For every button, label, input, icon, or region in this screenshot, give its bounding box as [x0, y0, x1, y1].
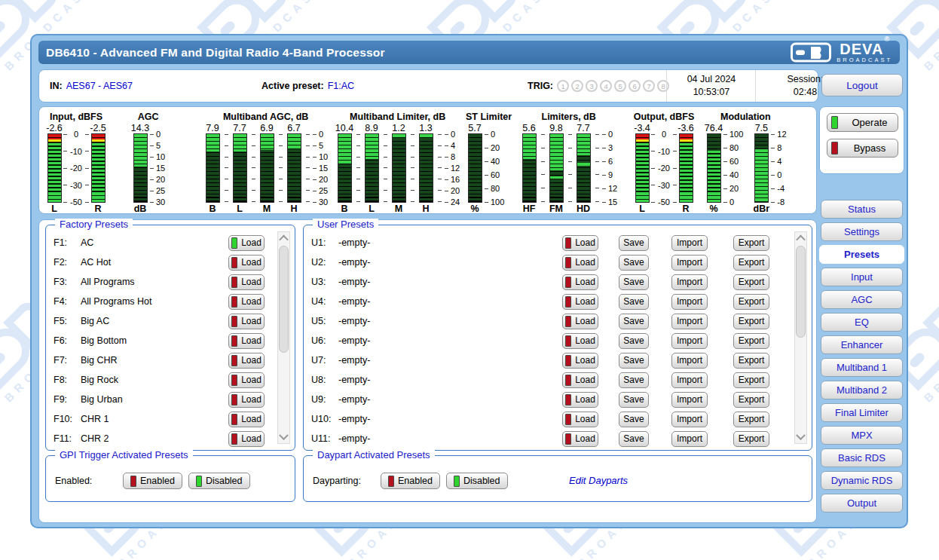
sidebar-item-final-limiter[interactable]: Final Limiter	[821, 403, 903, 422]
sidebar-item-eq[interactable]: EQ	[821, 313, 903, 332]
scrollbar-thumb[interactable]	[796, 246, 806, 338]
load-button[interactable]: Load	[228, 333, 265, 349]
import-button[interactable]: Import	[671, 392, 708, 408]
sidebar-item-basic-rds[interactable]: Basic RDS	[821, 448, 903, 467]
load-button[interactable]: Load	[228, 274, 265, 290]
load-button[interactable]: Load	[562, 392, 598, 408]
trig-button-3[interactable]: 3	[586, 80, 598, 92]
scroll-down-icon[interactable]	[795, 431, 806, 443]
import-button[interactable]: Import	[671, 255, 708, 271]
load-button[interactable]: Load	[228, 314, 265, 329]
sidebar-item-mpx[interactable]: MPX	[821, 426, 903, 445]
load-button[interactable]: Load	[562, 372, 598, 388]
load-button[interactable]: Load	[562, 431, 598, 447]
sidebar-item-status[interactable]: Status	[821, 200, 903, 219]
export-button[interactable]: Export	[733, 255, 769, 271]
save-button[interactable]: Save	[619, 412, 649, 427]
trig-button-7[interactable]: 7	[643, 80, 655, 92]
save-button[interactable]: Save	[619, 392, 649, 408]
export-button[interactable]: Export	[733, 235, 769, 251]
sidebar-item-multiband-1[interactable]: Multiband 1	[821, 358, 903, 377]
export-button[interactable]: Export	[733, 372, 769, 388]
load-button[interactable]: Load	[562, 274, 598, 290]
save-button[interactable]: Save	[619, 274, 649, 290]
factory-scrollbar[interactable]	[277, 231, 290, 444]
edit-dayparts-link[interactable]: Edit Dayparts	[569, 475, 628, 486]
sidebar-item-enhancer[interactable]: Enhancer	[821, 335, 903, 354]
trig-button-1[interactable]: 1	[557, 80, 569, 92]
sidebar-item-presets[interactable]: Presets	[819, 245, 904, 264]
trig-button-4[interactable]: 4	[600, 80, 612, 92]
daypart-disabled-button[interactable]: Disabled	[446, 473, 508, 489]
import-button[interactable]: Import	[671, 314, 708, 329]
load-button[interactable]: Load	[562, 294, 598, 310]
trig-button-6[interactable]: 6	[629, 80, 641, 92]
save-button[interactable]: Save	[619, 431, 649, 447]
export-button[interactable]: Export	[733, 412, 769, 427]
meter-unit-label: dB	[134, 203, 147, 214]
load-button[interactable]: Load	[562, 412, 598, 427]
scroll-down-icon[interactable]	[278, 431, 289, 443]
operate-button[interactable]: Operate	[827, 113, 898, 132]
import-button[interactable]: Import	[671, 294, 708, 310]
load-button[interactable]: Load	[562, 255, 598, 271]
trig-button-2[interactable]: 2	[571, 80, 583, 92]
import-button[interactable]: Import	[671, 333, 708, 349]
scale-label: 10	[313, 153, 328, 161]
load-button[interactable]: Load	[562, 353, 598, 369]
load-button[interactable]: Load	[228, 294, 265, 310]
save-button[interactable]: Save	[619, 372, 649, 388]
in-value: AES67 - AES67	[66, 81, 133, 91]
export-button[interactable]: Export	[733, 274, 769, 290]
export-button[interactable]: Export	[733, 314, 769, 329]
load-button[interactable]: Load	[228, 392, 265, 408]
save-button[interactable]: Save	[619, 255, 649, 271]
bypass-button[interactable]: Bypass	[827, 139, 898, 158]
daypart-enabled-button[interactable]: Enabled	[381, 473, 440, 489]
load-button[interactable]: Load	[562, 333, 598, 349]
trig-button-5[interactable]: 5	[614, 80, 626, 92]
logout-button[interactable]: Logout	[821, 74, 903, 96]
import-button[interactable]: Import	[671, 431, 708, 447]
import-button[interactable]: Import	[671, 372, 708, 388]
scroll-up-icon[interactable]	[795, 232, 806, 244]
level-bar	[522, 133, 537, 203]
gpi-enabled-button[interactable]: Enabled	[123, 473, 182, 489]
sidebar-item-output[interactable]: Output	[821, 494, 903, 513]
load-button[interactable]: Load	[228, 372, 265, 388]
user-scrollbar[interactable]	[794, 231, 807, 444]
load-button[interactable]: Load	[562, 314, 598, 329]
sidebar-item-dynamic-rds[interactable]: Dynamic RDS	[821, 471, 903, 490]
import-button[interactable]: Import	[671, 274, 708, 290]
load-button[interactable]: Load	[228, 353, 265, 369]
export-button[interactable]: Export	[733, 333, 769, 349]
save-button[interactable]: Save	[619, 353, 649, 369]
load-button[interactable]: Load	[228, 235, 265, 251]
export-button[interactable]: Export	[733, 294, 769, 310]
save-button[interactable]: Save	[619, 314, 649, 329]
export-button[interactable]: Export	[733, 431, 769, 447]
save-button[interactable]: Save	[619, 294, 649, 310]
sidebar-item-input[interactable]: Input	[821, 268, 903, 286]
load-button[interactable]: Load	[228, 412, 265, 427]
load-led-icon	[565, 414, 571, 425]
import-button[interactable]: Import	[671, 412, 708, 427]
export-button[interactable]: Export	[733, 353, 769, 369]
sidebar-item-agc[interactable]: AGC	[821, 290, 903, 309]
sidebar-item-multiband-2[interactable]: Multiband 2	[821, 381, 903, 399]
tick-column	[249, 134, 258, 202]
scrollbar-thumb[interactable]	[279, 246, 289, 353]
import-button[interactable]: Import	[671, 235, 708, 251]
scale-label: 0	[485, 130, 504, 138]
import-button[interactable]: Import	[671, 353, 708, 369]
save-button[interactable]: Save	[619, 235, 649, 251]
gpi-disabled-button[interactable]: Disabled	[188, 473, 250, 489]
sidebar-item-settings[interactable]: Settings	[821, 222, 903, 241]
export-button[interactable]: Export	[733, 392, 769, 408]
scroll-up-icon[interactable]	[278, 232, 289, 244]
save-button[interactable]: Save	[619, 333, 649, 349]
load-button[interactable]: Load	[228, 255, 265, 271]
meter-unit-label: L	[369, 203, 375, 214]
load-button[interactable]: Load	[228, 431, 265, 447]
load-button[interactable]: Load	[562, 235, 598, 251]
